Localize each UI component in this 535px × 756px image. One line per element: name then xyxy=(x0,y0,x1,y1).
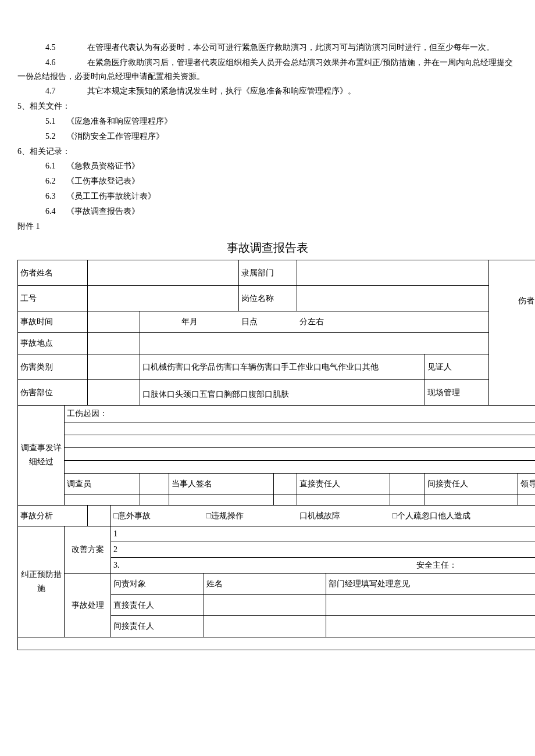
field-sig-4[interactable] xyxy=(274,495,297,505)
label-plan: 改善方案 xyxy=(65,526,111,573)
label-party-sign: 当事人签名 xyxy=(169,473,274,495)
label-injury-type: 伤害类别 xyxy=(18,354,88,379)
label-handling: 事故处理 xyxy=(65,573,111,637)
label-mgr-opinion: 部门经理填写处理意见 xyxy=(326,573,535,594)
field-detail-2[interactable] xyxy=(65,435,536,447)
field-detail-4[interactable] xyxy=(65,460,536,473)
field-sig-5[interactable] xyxy=(297,495,390,505)
section-5: 5、相关文件： xyxy=(17,99,518,113)
field-indirect-name[interactable] xyxy=(204,616,326,637)
label-analysis: 事故分析 xyxy=(18,505,88,526)
field-sig-1[interactable] xyxy=(65,495,140,505)
field-position[interactable] xyxy=(297,286,489,311)
opt-accident[interactable]: □意外事故 xyxy=(111,505,204,526)
field-injury-type-blank[interactable] xyxy=(88,354,140,379)
field-victim-name[interactable] xyxy=(88,260,239,286)
label-indirect-person: 间接责任人 xyxy=(111,616,204,637)
field-location-b[interactable] xyxy=(140,333,489,354)
field-direct-resp[interactable] xyxy=(390,473,425,495)
label-position: 岗位名称 xyxy=(239,286,297,311)
item-6-4: 6.4《事故调查报告表》 xyxy=(17,205,518,218)
opt-violation[interactable]: □违规操作 xyxy=(204,505,297,526)
field-emp-id[interactable] xyxy=(88,286,239,311)
label-day-hour: 日点 xyxy=(239,311,297,333)
field-direct-name[interactable] xyxy=(204,594,326,616)
label-indirect-resp: 间接责任人 xyxy=(425,473,518,495)
field-direct-opinion[interactable] xyxy=(326,594,535,616)
field-sig-8[interactable] xyxy=(518,495,535,505)
field-time-blank[interactable] xyxy=(88,311,140,333)
label-corrective: 纠正预防措施 xyxy=(18,526,65,637)
plan-2[interactable]: 2 xyxy=(111,542,535,558)
para-4-7: 4.7其它本规定未预知的紧急情况发生时，执行《应急准备和响应管理程序》。 xyxy=(17,84,518,98)
plan-1[interactable]: 1 xyxy=(111,526,535,542)
label-name: 姓名 xyxy=(204,573,326,594)
label-investigator: 调查员 xyxy=(65,473,140,495)
label-cause: 工伤起因： xyxy=(65,405,536,422)
label-accident-location: 事故地点 xyxy=(18,333,88,354)
attachment-1: 附件 1 xyxy=(17,220,518,234)
para-4-5: 4.5在管理者代表认为有必要时，本公司可进行紧急医疗救助演习，此演习可与消防演习… xyxy=(17,41,518,55)
item-5-1: 5.1《应急准备和响应管理程序》 xyxy=(17,114,518,128)
field-sig-7[interactable] xyxy=(425,495,518,505)
item-5-2: 5.2《消防安全工作管理程序》 xyxy=(17,130,518,144)
field-analysis-blank[interactable] xyxy=(88,505,111,526)
item-6-2: 6.2《工伤事故登记表》 xyxy=(17,174,518,188)
field-location-a[interactable] xyxy=(88,333,140,354)
label-year-month: 年月 xyxy=(140,311,239,333)
field-detail-1[interactable] xyxy=(65,422,536,435)
field-department[interactable] xyxy=(297,260,489,286)
label-minute: 分左右 xyxy=(297,311,489,333)
accident-report-table: 伤者姓名 隶属部门 伤者照, 工号 岗位名称 事故时间 年月 日点 分左右 事故… xyxy=(17,260,535,650)
item-6-3: 6.3《员工工伤事故统计表》 xyxy=(17,189,518,203)
label-injury-part: 伤害部位 xyxy=(18,379,88,405)
field-detail-3[interactable] xyxy=(65,447,536,460)
plan-3[interactable]: 3. xyxy=(111,557,326,573)
field-party-sign[interactable] xyxy=(274,473,297,495)
label-accountable: 问责对象 xyxy=(111,573,204,594)
label-emp-id: 工号 xyxy=(18,286,88,311)
options-injury-part[interactable]: 口肢体口头颈口五官口胸部口腹部口肌肤 xyxy=(140,379,425,405)
field-investigator[interactable] xyxy=(140,473,169,495)
label-accident-time: 事故时间 xyxy=(18,311,88,333)
label-scene-mgmt: 现场管理 xyxy=(425,379,489,405)
field-indirect-opinion[interactable] xyxy=(326,616,535,637)
label-witness: 见证人 xyxy=(425,354,489,379)
field-photo[interactable] xyxy=(489,311,535,406)
opt-negligence[interactable]: □个人疏忽口他人造成 xyxy=(390,505,535,526)
label-victim-name: 伤者姓名 xyxy=(18,260,88,286)
field-sig-2[interactable] xyxy=(140,495,169,505)
footer-row[interactable] xyxy=(18,637,536,650)
label-leader: 领导 xyxy=(518,473,535,495)
item-6-1: 6.1《急救员资格证书》 xyxy=(17,159,518,173)
section-6: 6、相关记录： xyxy=(17,145,518,159)
form-title: 事故调查报告表 xyxy=(17,238,518,257)
label-photo: 伤者照, xyxy=(489,260,535,311)
label-direct-resp: 直接责任人 xyxy=(297,473,390,495)
label-safety-officer: 安全主任： xyxy=(326,557,535,573)
label-department: 隶属部门 xyxy=(239,260,297,286)
field-sig-3[interactable] xyxy=(169,495,274,505)
opt-mechanical[interactable]: 口机械故障 xyxy=(297,505,390,526)
label-investigation: 调查事发详细经过 xyxy=(18,405,65,505)
field-sig-6[interactable] xyxy=(390,495,425,505)
label-direct-person: 直接责任人 xyxy=(111,594,204,616)
para-4-6: 4.6在紧急医疗救助演习后，管理者代表应组织相关人员开会总结演习效果并布置纠正/… xyxy=(17,56,518,84)
field-injury-part-blank[interactable] xyxy=(88,379,140,405)
options-injury-type[interactable]: 口机械伤害口化学品伤害口车辆伤害口手工作业口电气作业口其他 xyxy=(140,354,425,379)
